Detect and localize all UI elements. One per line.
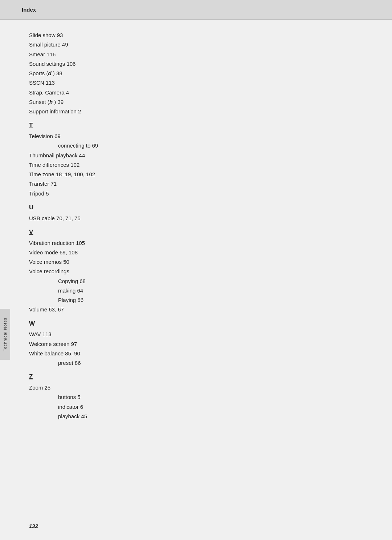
section-letter-v: V xyxy=(29,227,363,238)
list-item: Sports (d ) 38 xyxy=(29,69,363,78)
side-tab-label: Technical Notes xyxy=(3,318,7,351)
list-item: Smear 116 xyxy=(29,50,363,59)
list-item: Zoom 25 xyxy=(29,383,363,392)
list-item: White balance 85, 90 xyxy=(29,349,363,358)
list-item: Video mode 69, 108 xyxy=(29,248,363,257)
list-item: Tripod 5 xyxy=(29,189,363,198)
list-item: WAV 113 xyxy=(29,330,363,339)
section-letter-t: T xyxy=(29,120,363,131)
list-item: Voice memos 50 xyxy=(29,257,363,267)
list-item: Support information 2 xyxy=(29,107,363,116)
list-item: making 64 xyxy=(29,286,363,295)
section-letter-u: U xyxy=(29,202,363,213)
main-content: Slide show 93 Small picture 49 Smear 116… xyxy=(0,20,392,443)
list-item: preset 86 xyxy=(29,358,363,368)
list-item: Voice recordings xyxy=(29,267,363,276)
list-item: playback 45 xyxy=(29,412,363,421)
side-tab: Technical Notes xyxy=(0,309,10,360)
section-letter-w: W xyxy=(29,318,363,329)
list-item: Vibration reduction 105 xyxy=(29,238,363,248)
list-item: connecting to 69 xyxy=(29,141,363,150)
list-item: SSCN 113 xyxy=(29,78,363,88)
list-item: Sunset (h ) 39 xyxy=(29,97,363,107)
page-number: 132 xyxy=(29,523,38,529)
header-title: Index xyxy=(22,7,36,13)
page-header: Index xyxy=(0,0,392,20)
list-item: Small picture 49 xyxy=(29,40,363,49)
list-item: Volume 63, 67 xyxy=(29,305,363,314)
list-item: Welcome screen 97 xyxy=(29,339,363,349)
list-item: Transfer 71 xyxy=(29,179,363,189)
list-item: Time zone 18–19, 100, 102 xyxy=(29,170,363,179)
list-item: Time differences 102 xyxy=(29,160,363,170)
list-item: Strap, Camera 4 xyxy=(29,88,363,97)
section-letter-z: Z xyxy=(29,371,363,382)
list-item: Television 69 xyxy=(29,132,363,141)
list-item: indicator 6 xyxy=(29,402,363,412)
list-item: USB cable 70, 71, 75 xyxy=(29,214,363,223)
list-item: Playing 66 xyxy=(29,295,363,305)
list-item: Sound settings 106 xyxy=(29,59,363,69)
list-item: Slide show 93 xyxy=(29,31,363,40)
list-item: Thumbnail playback 44 xyxy=(29,151,363,160)
list-item: buttons 5 xyxy=(29,392,363,402)
list-item: Copying 68 xyxy=(29,277,363,286)
